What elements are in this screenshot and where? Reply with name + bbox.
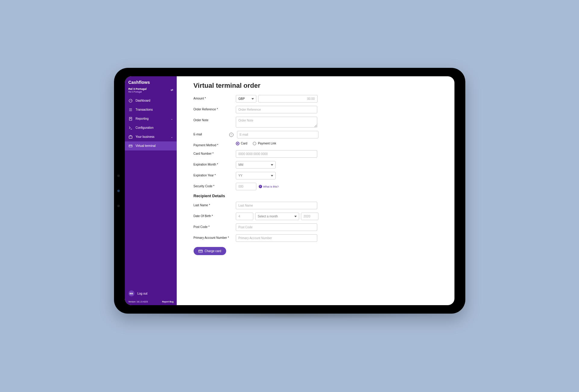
radio-payment-link[interactable]: Payment Link bbox=[253, 142, 276, 145]
sidebar-item-virtual-terminal[interactable]: Virtual terminal bbox=[125, 141, 177, 150]
brand-logo: Cashflows bbox=[125, 76, 177, 87]
label-last-name: Last Name * bbox=[194, 202, 236, 207]
account-switcher[interactable]: Rel 3 Portugal Rel 3 Portugal ⇄ bbox=[125, 87, 177, 96]
account-name: Rel 3 Portugal bbox=[128, 88, 147, 91]
briefcase-icon bbox=[128, 135, 133, 139]
post-code-input[interactable] bbox=[236, 223, 317, 231]
label-payment-method: Payment Method * bbox=[194, 142, 236, 147]
label-amount: Amount * bbox=[194, 95, 236, 100]
label-post-code: Post Code * bbox=[194, 223, 236, 229]
sidebar-label: Dashboard bbox=[136, 99, 150, 102]
logout-label: Log out bbox=[138, 292, 147, 295]
label-exp-month: Expiration Month * bbox=[194, 161, 236, 166]
svg-rect-2 bbox=[129, 136, 132, 138]
swap-icon: ⇄ bbox=[171, 88, 173, 92]
currency-select[interactable]: GBP bbox=[236, 95, 256, 103]
radio-card[interactable]: Card bbox=[236, 142, 248, 145]
sidebar-label: Transactions bbox=[136, 108, 153, 111]
question-icon: ? bbox=[259, 185, 262, 188]
sidebar-label: Virtual terminal bbox=[136, 144, 156, 147]
sidebar-footer: Version: 18.1.0-4223 Report Bug bbox=[125, 299, 177, 305]
avatar: BB bbox=[128, 290, 134, 296]
account-subname: Rel 3 Portugal bbox=[128, 91, 147, 93]
label-card-number: Card Number * bbox=[194, 150, 236, 155]
gauge-icon bbox=[128, 99, 133, 103]
dob-year-input[interactable] bbox=[301, 213, 318, 220]
recipient-header: Recipient Details bbox=[194, 194, 442, 198]
sidebar: Cashflows Rel 3 Portugal Rel 3 Portugal … bbox=[125, 76, 177, 305]
sidebar-item-your-business[interactable]: Your business ⌄ bbox=[125, 132, 177, 141]
document-icon bbox=[128, 117, 133, 121]
tablet-side-buttons bbox=[117, 175, 120, 207]
sidebar-item-reporting[interactable]: Reporting ⌄ bbox=[125, 114, 177, 123]
label-security-code: Security Code * bbox=[194, 183, 236, 188]
dob-day-input[interactable] bbox=[236, 213, 253, 220]
card-terminal-icon bbox=[128, 144, 133, 148]
tablet-frame: Cashflows Rel 3 Portugal Rel 3 Portugal … bbox=[114, 68, 465, 314]
report-bug-link[interactable]: Report Bug bbox=[162, 301, 173, 303]
hint-label: What is this? bbox=[263, 185, 279, 188]
order-note-textarea[interactable] bbox=[236, 117, 317, 128]
label-dob: Date Of Birth * bbox=[194, 213, 236, 218]
pan-input[interactable] bbox=[236, 234, 317, 242]
label-pan: Primary Account Number * bbox=[194, 234, 236, 239]
exp-year-select[interactable]: YY bbox=[236, 172, 276, 179]
dob-month-select[interactable]: Select a month bbox=[255, 213, 299, 220]
chevron-down-icon: ⌄ bbox=[171, 135, 173, 138]
sidebar-label: Your business bbox=[136, 135, 154, 138]
what-is-this-link[interactable]: ?What is this? bbox=[259, 185, 279, 188]
logout-row[interactable]: BB Log out bbox=[125, 287, 177, 299]
info-icon[interactable]: i bbox=[229, 133, 233, 137]
label-order-note: Order Note bbox=[194, 117, 236, 122]
terminal-icon bbox=[128, 126, 133, 130]
sidebar-item-dashboard[interactable]: Dashboard bbox=[125, 96, 177, 105]
list-icon bbox=[128, 108, 133, 112]
sidebar-label: Configuration bbox=[136, 126, 153, 129]
exp-month-select[interactable]: MM bbox=[236, 161, 276, 169]
charge-card-button[interactable]: Charge card bbox=[194, 247, 226, 255]
svg-rect-3 bbox=[129, 145, 132, 147]
radio-label: Payment Link bbox=[258, 142, 276, 145]
radio-label: Card bbox=[241, 142, 248, 145]
main-content: Virtual terminal order Amount * GBP Orde… bbox=[177, 76, 454, 305]
page-title: Virtual terminal order bbox=[194, 82, 442, 90]
nav: Dashboard Transactions Reporting ⌄ bbox=[125, 96, 177, 150]
sidebar-item-transactions[interactable]: Transactions bbox=[125, 105, 177, 114]
security-code-input[interactable] bbox=[236, 183, 256, 190]
chevron-down-icon: ⌄ bbox=[171, 117, 173, 120]
amount-input[interactable] bbox=[258, 95, 318, 103]
version-text: Version: 18.1.0-4223 bbox=[128, 301, 148, 303]
screen: Cashflows Rel 3 Portugal Rel 3 Portugal … bbox=[125, 76, 454, 305]
label-exp-year: Expiration Year * bbox=[194, 172, 236, 177]
sidebar-label: Reporting bbox=[136, 117, 149, 120]
label-order-ref: Order Reference * bbox=[194, 106, 236, 111]
charge-label: Charge card bbox=[205, 249, 221, 253]
card-number-input[interactable] bbox=[236, 150, 317, 158]
last-name-input[interactable] bbox=[236, 202, 317, 209]
email-input[interactable] bbox=[237, 131, 318, 138]
order-reference-input[interactable] bbox=[236, 106, 317, 113]
card-icon bbox=[198, 250, 203, 253]
sidebar-item-configuration[interactable]: Configuration bbox=[125, 123, 177, 132]
